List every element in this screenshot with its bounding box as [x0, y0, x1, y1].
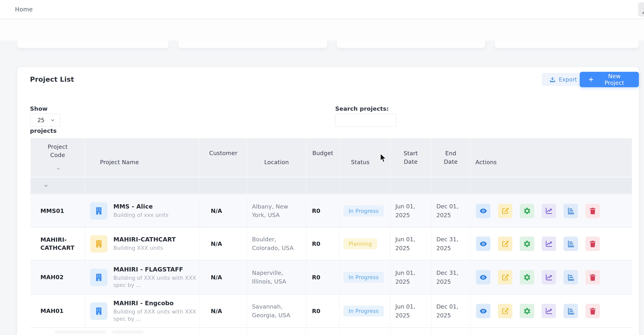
bar-chart-icon — [567, 240, 575, 248]
location: Albany, New York, USA — [247, 195, 306, 227]
column-header-status[interactable]: Status — [339, 138, 390, 177]
delete-button[interactable] — [586, 304, 600, 318]
bar-chart-icon — [567, 307, 575, 315]
project-name[interactable]: MAHIRI - FLAGSTAFF — [114, 266, 196, 273]
eye-icon — [479, 207, 487, 215]
delete-button[interactable] — [586, 204, 600, 218]
settings-button[interactable] — [520, 237, 534, 251]
project-description: Building of XXX units with XXX spec by .… — [114, 308, 196, 322]
edit-button[interactable] — [498, 204, 512, 218]
projects-label: projects — [30, 127, 56, 134]
bar-chart-icon — [567, 273, 575, 281]
gear-icon — [523, 273, 531, 281]
building-icon — [90, 269, 108, 286]
line-chart-icon — [545, 273, 553, 281]
column-header-budget[interactable]: Budget — [306, 138, 339, 177]
new-project-button[interactable]: New Project — [580, 72, 639, 87]
plus-icon — [588, 76, 594, 83]
edit-button[interactable] — [498, 304, 512, 318]
analytics-button[interactable] — [542, 270, 556, 284]
status-badge: In Progress — [344, 272, 384, 283]
view-button[interactable] — [476, 304, 490, 318]
column-header-customer[interactable]: Customer — [200, 138, 247, 177]
line-chart-icon — [545, 307, 553, 315]
end-date: Dec 01, 2025 — [431, 295, 470, 327]
code-filter-dropdown[interactable] — [42, 182, 50, 190]
view-button[interactable] — [476, 204, 490, 218]
project-name[interactable]: MAHIRI-CATHCART — [114, 236, 196, 243]
project-name[interactable]: MMS - Alice — [114, 203, 196, 210]
reports-button[interactable] — [564, 304, 578, 318]
export-button[interactable]: Export — [542, 73, 584, 86]
gear-icon — [523, 307, 531, 315]
analytics-button[interactable] — [542, 304, 556, 318]
projects-page: Home Project List Export New Project Sho… — [0, 0, 644, 335]
chevron-down-icon — [50, 118, 55, 123]
settings-button[interactable] — [520, 270, 534, 284]
settings-button[interactable] — [520, 304, 534, 318]
column-header-end-date[interactable]: End Date — [431, 138, 470, 177]
eye-icon — [479, 240, 487, 248]
table-header-row: Project Code Project Name Customer Locat… — [30, 138, 632, 178]
budget: R0 — [306, 195, 339, 227]
search-label: Search projects: — [335, 105, 389, 112]
view-button[interactable] — [476, 270, 490, 284]
end-date: Dec 31, 2025 — [431, 228, 470, 260]
table-row: MAHIRI-CATHCART MAHIRI-CATHCART Building… — [30, 227, 632, 260]
start-date: Jun 01, 2025 — [390, 295, 431, 327]
edit-button[interactable] — [498, 270, 512, 284]
trash-icon — [589, 207, 597, 215]
analytics-button[interactable] — [542, 204, 556, 218]
gear-icon — [523, 207, 531, 215]
settings-button[interactable] — [520, 204, 534, 218]
location: Naperville, Illinois, USA — [247, 260, 306, 294]
summary-card — [17, 41, 168, 48]
project-description: Building of XXX units with XXX spec by .… — [114, 274, 196, 289]
table-filter-row — [30, 178, 632, 194]
customer: N/A — [200, 295, 247, 327]
avatar[interactable] — [638, 2, 644, 17]
start-date: Jun 01, 2025 — [390, 228, 431, 260]
cutoff-text — [55, 331, 106, 333]
table-row: MMS01 MMS - Alice Building of xxx units … — [30, 194, 632, 227]
project-code: MAH01 — [30, 295, 85, 327]
end-date: Dec 01, 2025 — [431, 195, 470, 227]
delete-button[interactable] — [586, 237, 600, 251]
view-button[interactable] — [476, 237, 490, 251]
eye-icon — [479, 273, 487, 281]
edit-icon — [501, 240, 509, 248]
reports-button[interactable] — [564, 270, 578, 284]
page-size-select[interactable]: 25 — [30, 114, 61, 127]
gear-icon — [523, 240, 531, 248]
customer: N/A — [200, 195, 247, 227]
budget: R0 — [306, 295, 339, 327]
project-code: MAH02 — [30, 260, 85, 294]
start-date: Jun 01, 2025 — [390, 195, 431, 227]
project-name[interactable]: MAHIRI - Engcobo — [114, 300, 196, 306]
column-header-location[interactable]: Location — [247, 138, 306, 177]
cutoff-text — [112, 331, 144, 333]
analytics-button[interactable] — [542, 237, 556, 251]
trash-icon — [589, 307, 597, 315]
column-header-start-date[interactable]: Start Date — [390, 138, 431, 177]
edit-button[interactable] — [498, 237, 512, 251]
location: Savannah, Georgia, USA — [247, 295, 306, 327]
projects-table: Project Code Project Name Customer Locat… — [30, 138, 632, 335]
reports-button[interactable] — [564, 204, 578, 218]
delete-button[interactable] — [586, 270, 600, 284]
trash-icon — [589, 273, 597, 281]
column-header-project-name[interactable]: Project Name — [85, 138, 200, 177]
column-header-project-code[interactable]: Project Code — [30, 138, 85, 177]
edit-icon — [501, 207, 509, 215]
top-navbar: Home — [0, 0, 644, 19]
building-icon — [90, 202, 108, 220]
search-input[interactable] — [335, 114, 397, 127]
reports-button[interactable] — [564, 237, 578, 251]
trash-icon — [589, 240, 597, 248]
header-subband — [0, 20, 644, 41]
table-row: MAH01 MAHIRI - Engcobo Building of XXX u… — [30, 294, 632, 327]
breadcrumb-home[interactable]: Home — [15, 6, 33, 13]
building-icon — [90, 235, 108, 252]
customer: N/A — [200, 260, 247, 294]
summary-card — [495, 41, 639, 48]
